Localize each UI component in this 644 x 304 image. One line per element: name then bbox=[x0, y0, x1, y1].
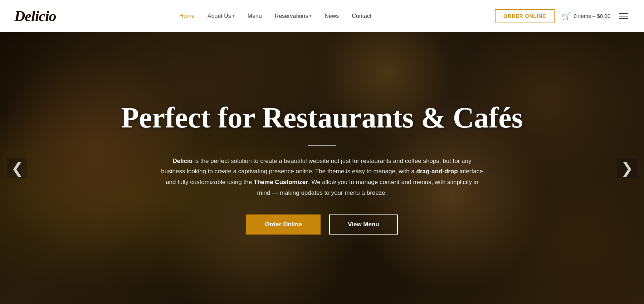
header-right: ORDER ONLINE 🛒 0 items – $0.00 bbox=[495, 9, 630, 23]
main-nav: Home About Us ▾ Menu Reservations ▾ News… bbox=[179, 13, 371, 19]
hero-section: Perfect for Restaurants & Cafés Delicio … bbox=[0, 32, 644, 304]
nav-item-menu[interactable]: Menu bbox=[248, 13, 262, 19]
slider-next-button[interactable]: ❯ bbox=[617, 158, 637, 178]
hero-bold1: drag-and-drop bbox=[416, 168, 458, 175]
reservations-dropdown-icon: ▾ bbox=[309, 14, 312, 18]
cart-icon: 🛒 bbox=[562, 12, 571, 20]
slider-prev-button[interactable]: ❮ bbox=[7, 158, 27, 178]
nav-item-news[interactable]: News bbox=[325, 13, 339, 19]
hero-menu-button[interactable]: View Menu bbox=[329, 214, 398, 235]
nav-item-about[interactable]: About Us ▾ bbox=[208, 13, 235, 19]
hero-buttons: Order Online View Menu bbox=[246, 214, 397, 235]
nav-item-home[interactable]: Home bbox=[179, 13, 195, 19]
hamburger-menu[interactable] bbox=[618, 11, 630, 21]
nav-item-reservations[interactable]: Reservations ▾ bbox=[275, 13, 312, 19]
header: Delicio Home About Us ▾ Menu Reservation… bbox=[0, 0, 644, 32]
nav-item-contact[interactable]: Contact bbox=[352, 13, 371, 19]
order-online-button[interactable]: ORDER ONLINE bbox=[495, 9, 555, 23]
about-dropdown-icon: ▾ bbox=[233, 14, 235, 18]
cart-info[interactable]: 🛒 0 items – $0.00 bbox=[562, 12, 610, 20]
cart-label: 0 items – $0.00 bbox=[574, 13, 610, 19]
hero-content: Perfect for Restaurants & Cafés Delicio … bbox=[0, 32, 644, 304]
hero-bold2: Theme Customizer bbox=[254, 179, 308, 185]
hero-order-button[interactable]: Order Online bbox=[246, 214, 321, 235]
logo[interactable]: Delicio bbox=[14, 8, 56, 25]
hero-divider bbox=[308, 145, 336, 146]
hero-brand-name: Delicio bbox=[172, 158, 192, 164]
hero-title: Perfect for Restaurants & Cafés bbox=[121, 102, 523, 134]
hero-description: Delicio is the perfect solution to creat… bbox=[161, 156, 483, 198]
